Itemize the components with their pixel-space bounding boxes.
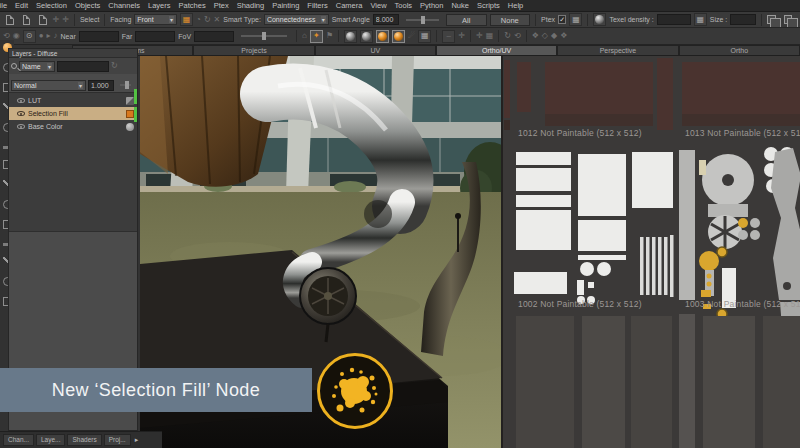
near-field[interactable] bbox=[79, 31, 119, 42]
menu-camera[interactable]: Camera bbox=[332, 0, 367, 11]
flat-lighting-icon[interactable] bbox=[344, 30, 357, 43]
rotate-view-icon[interactable]: ⟲ bbox=[3, 32, 10, 40]
tab-projectors[interactable]: Proj... bbox=[104, 434, 131, 446]
tab-projects[interactable]: Projects bbox=[193, 45, 314, 55]
rotate-cw-icon[interactable]: ↻ bbox=[504, 32, 511, 40]
menu-tools[interactable]: Tools bbox=[391, 0, 417, 11]
env-lighting-icon[interactable] bbox=[392, 30, 405, 43]
tab-uv[interactable]: UV bbox=[315, 45, 436, 55]
layers-palette-title[interactable]: Layers - Diffuse bbox=[9, 49, 137, 58]
paste-icon[interactable] bbox=[784, 15, 792, 24]
shadow-icon[interactable]: ☄ bbox=[408, 32, 415, 40]
audio-icon[interactable]: ♪ bbox=[54, 32, 58, 40]
smart-angle-field[interactable] bbox=[373, 14, 399, 25]
invert-selection-icon[interactable]: ↻ bbox=[204, 16, 211, 24]
menu-edit[interactable]: Edit bbox=[11, 0, 32, 11]
texel-density-label: Texel density : bbox=[609, 16, 653, 23]
menu-layers[interactable]: Layers bbox=[144, 0, 175, 11]
new-project-icon[interactable] bbox=[6, 15, 14, 25]
layer-search-input[interactable] bbox=[57, 61, 109, 72]
menu-python[interactable]: Python bbox=[416, 0, 447, 11]
hide-selection-icon[interactable]: ◔ bbox=[196, 16, 201, 24]
procedural-swatch[interactable] bbox=[126, 123, 134, 131]
texel-sphere-icon[interactable] bbox=[593, 13, 606, 26]
shade-sphere-icon[interactable]: ● bbox=[39, 32, 44, 40]
export-icon[interactable]: ✛ bbox=[62, 16, 69, 24]
symmetry-icon[interactable]: ✛ bbox=[458, 32, 465, 40]
basic-lighting-icon[interactable] bbox=[360, 30, 373, 43]
patch-select-icon[interactable]: ▦ bbox=[180, 13, 193, 26]
menu-view[interactable]: View bbox=[366, 0, 390, 11]
selection-fill-badge bbox=[317, 353, 393, 429]
smart-type-dropdown[interactable]: Connectedness ▾ bbox=[264, 14, 329, 25]
menu-objects[interactable]: Objects bbox=[71, 0, 104, 11]
menu-selection[interactable]: Selection bbox=[32, 0, 71, 11]
scale-icon[interactable]: ◇ bbox=[542, 32, 548, 40]
menu-help[interactable]: Help bbox=[504, 0, 527, 11]
tab-scroll-arrow-icon[interactable]: ▸ bbox=[135, 436, 139, 444]
fov-field[interactable] bbox=[194, 31, 234, 42]
texel-density-field[interactable] bbox=[657, 14, 691, 25]
menu-shading[interactable]: Shading bbox=[233, 0, 269, 11]
layer-row-lut[interactable]: LUT bbox=[9, 94, 137, 107]
menu-file[interactable]: File bbox=[0, 0, 11, 11]
menu-filters[interactable]: Filters bbox=[303, 0, 331, 11]
play-icon[interactable]: ▸ bbox=[47, 32, 51, 40]
tab-perspective[interactable]: Perspective bbox=[557, 45, 678, 55]
visibility-eye-icon[interactable] bbox=[17, 124, 25, 129]
blend-mode-dropdown[interactable]: Normal ▾ bbox=[11, 80, 86, 91]
mirror-icon[interactable]: – bbox=[442, 30, 455, 43]
focus-view-icon[interactable]: ⊙ bbox=[23, 30, 36, 43]
move-icon[interactable]: ✛ bbox=[476, 32, 483, 40]
filter-type-dropdown[interactable]: Name ▾ bbox=[19, 61, 55, 72]
import-icon[interactable]: ✛ bbox=[53, 16, 60, 24]
ptex-checkbox[interactable]: ✓ bbox=[558, 15, 566, 24]
transform-icon[interactable]: ❖ bbox=[532, 32, 539, 40]
warp-icon[interactable]: ◆ bbox=[551, 32, 557, 40]
visibility-eye-icon[interactable] bbox=[17, 111, 25, 116]
tab-channels[interactable]: Chan... bbox=[3, 434, 34, 446]
edge-select-icon[interactable]: ✕ bbox=[214, 16, 221, 24]
save-project-icon[interactable] bbox=[39, 15, 47, 25]
layer-amount-slider[interactable] bbox=[120, 84, 131, 86]
smart-angle-slider[interactable] bbox=[406, 19, 439, 21]
menu-patches[interactable]: Patches bbox=[175, 0, 210, 11]
layers-filter-row: Name ▾ ↻ bbox=[9, 58, 137, 74]
open-project-icon[interactable] bbox=[23, 15, 31, 25]
snap-grid-icon[interactable]: ▦ bbox=[486, 32, 494, 40]
tab-layers[interactable]: Laye... bbox=[36, 434, 66, 446]
layer-row-base-color[interactable]: Base Color bbox=[9, 120, 137, 133]
layer-row-selection-fill[interactable]: Selection Fill bbox=[9, 107, 137, 120]
select-none-button[interactable]: None bbox=[490, 14, 531, 26]
full-lighting-icon[interactable] bbox=[376, 30, 389, 43]
texel-apply-icon[interactable]: ▦ bbox=[694, 13, 707, 26]
tab-shaders[interactable]: Shaders bbox=[67, 434, 101, 446]
facing-dropdown[interactable]: Front ▾ bbox=[134, 14, 177, 25]
visibility-eye-icon[interactable] bbox=[17, 98, 25, 103]
menu-scripts[interactable]: Scripts bbox=[473, 0, 504, 11]
rotate-ccw-icon[interactable]: ⟲ bbox=[514, 32, 521, 40]
copy-icon[interactable] bbox=[767, 15, 775, 24]
fov-slider[interactable] bbox=[241, 35, 287, 37]
size-field[interactable] bbox=[730, 14, 756, 25]
fill-color-swatch[interactable] bbox=[126, 110, 134, 118]
ptex-grid-icon[interactable]: ▦ bbox=[569, 13, 582, 26]
refresh-icon[interactable]: ↻ bbox=[111, 62, 118, 70]
wireframe-icon[interactable]: ▦ bbox=[418, 30, 431, 43]
menu-nuke[interactable]: Nuke bbox=[447, 0, 473, 11]
layer-amount-field[interactable] bbox=[88, 80, 114, 91]
paint-mode-icon[interactable]: ✦ bbox=[310, 30, 323, 43]
select-all-button[interactable]: All bbox=[446, 14, 487, 26]
tab-ortho-uv[interactable]: Ortho/UV bbox=[436, 45, 557, 55]
menu-channels[interactable]: Channels bbox=[104, 0, 144, 11]
pin-icon[interactable]: ❖ bbox=[560, 32, 567, 40]
tab-ortho[interactable]: Ortho bbox=[679, 45, 800, 55]
far-field[interactable] bbox=[135, 31, 175, 42]
locator-icon[interactable]: ⚑ bbox=[326, 32, 333, 40]
menu-ptex[interactable]: Ptex bbox=[210, 0, 233, 11]
eye-view-icon[interactable]: ◉ bbox=[13, 32, 20, 40]
divider bbox=[436, 30, 437, 42]
home-view-icon[interactable]: ⌂ bbox=[302, 32, 307, 40]
menu-painting[interactable]: Painting bbox=[268, 0, 303, 11]
uv-panel[interactable]: 1012 Not Paintable (512 x 512) 1013 Not … bbox=[501, 56, 800, 448]
